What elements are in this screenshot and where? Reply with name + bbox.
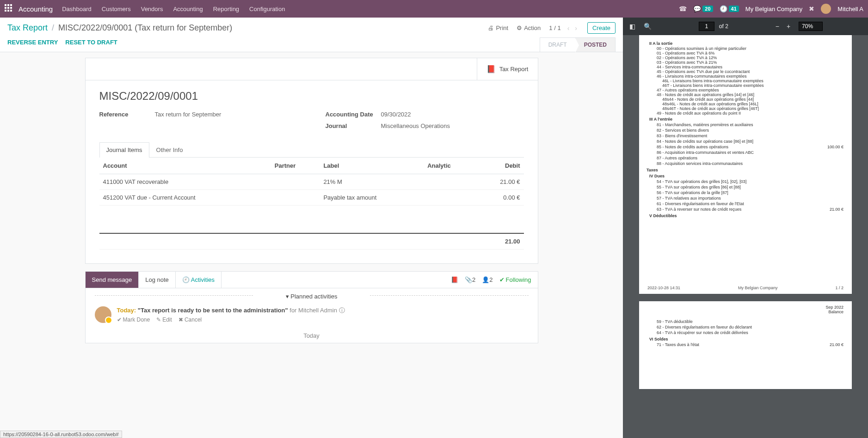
planned-activities-header: ▾ Planned activities: [86, 288, 538, 303]
th-analytic[interactable]: Analytic: [424, 158, 476, 174]
breadcrumb: Tax Report / MISC/2022/09/0001 (Tax retu…: [7, 23, 232, 33]
journal-value: Miscellaneous Operations: [381, 122, 450, 129]
activities-button[interactable]: 🕘 Activities: [176, 272, 222, 288]
menu-configuration[interactable]: Configuration: [249, 6, 285, 12]
avatar[interactable]: [821, 4, 831, 14]
tools-icon[interactable]: ✖: [809, 5, 814, 12]
log-note-button[interactable]: Log note: [139, 272, 176, 288]
book-small-icon[interactable]: 📕: [451, 276, 458, 283]
reference-value: Tax return for September: [155, 111, 222, 118]
pager: 1 / 1 ‹›: [549, 24, 579, 33]
today-separator: Today: [86, 328, 538, 343]
th-label[interactable]: Label: [320, 158, 424, 174]
pdf-page-1: II A la sortie 00 - Opérations soumises …: [639, 35, 852, 294]
zoom-select[interactable]: 70%: [799, 22, 823, 31]
reset-draft-button[interactable]: RESET TO DRAFT: [65, 39, 117, 46]
tab-other-info[interactable]: Other Info: [149, 142, 190, 157]
reference-label: Reference: [99, 111, 155, 118]
edit-button[interactable]: ✎ Edit: [156, 316, 172, 323]
page-input[interactable]: [699, 22, 714, 31]
statusbar: DRAFT POSTED: [540, 37, 616, 52]
record-title: MISC/2022/09/0001: [99, 90, 524, 103]
breadcrumb-root[interactable]: Tax Report: [7, 23, 48, 32]
messages-icon[interactable]: 💬20: [693, 5, 713, 12]
tab-journal-items[interactable]: Journal Items: [99, 142, 149, 158]
menu-vendors[interactable]: Vendors: [141, 6, 163, 12]
app-brand[interactable]: Accounting: [18, 5, 53, 13]
create-button[interactable]: Create: [587, 22, 616, 34]
status-draft[interactable]: DRAFT: [540, 37, 575, 52]
activities-icon[interactable]: 🕘41: [720, 5, 739, 12]
pager-prev-icon[interactable]: ‹: [566, 24, 572, 33]
followers-count[interactable]: 👤2: [482, 276, 492, 283]
print-button[interactable]: 🖨 Print: [488, 24, 508, 31]
table-row[interactable]: 451200 VAT due - Current Account Payable…: [99, 190, 524, 206]
breadcrumb-current: MISC/2022/09/0001 (Tax return for Septem…: [58, 23, 232, 32]
mark-done-button[interactable]: ✔ Mark Done: [117, 316, 150, 323]
avatar[interactable]: [95, 306, 111, 323]
pager-next-icon[interactable]: ›: [573, 24, 579, 33]
send-message-button[interactable]: Send message: [86, 272, 139, 288]
user-name[interactable]: Mitchell A: [837, 6, 863, 12]
attachments-count[interactable]: 📎2: [465, 276, 475, 283]
th-account[interactable]: Account: [99, 158, 271, 174]
page-of: of 2: [719, 23, 728, 30]
zoom-out-icon[interactable]: −: [774, 21, 781, 32]
zoom-in-icon[interactable]: +: [785, 21, 792, 32]
th-partner[interactable]: Partner: [271, 158, 320, 174]
tax-report-stat-button[interactable]: 📕 Tax Report: [477, 58, 538, 80]
main-menu: Dashboard Customers Vendors Accounting R…: [62, 6, 285, 12]
menu-reporting[interactable]: Reporting: [213, 6, 239, 12]
journal-label: Journal: [326, 122, 381, 129]
sidebar-toggle-icon[interactable]: ◧: [628, 21, 637, 32]
activity-item: Today: "Tax report is ready to be sent t…: [86, 303, 538, 328]
book-icon: 📕: [486, 65, 496, 73]
cancel-button[interactable]: ✖ Cancel: [179, 316, 202, 323]
menu-dashboard[interactable]: Dashboard: [62, 6, 92, 12]
following-button[interactable]: ✔ Following: [499, 276, 531, 283]
pdf-page-2: Sep 2022Balance 59 - TVA déductible 62 -…: [639, 301, 852, 389]
menu-accounting[interactable]: Accounting: [173, 6, 203, 12]
company-switcher[interactable]: My Belgian Company: [745, 6, 803, 12]
action-button[interactable]: ⚙ Action: [517, 24, 541, 31]
reverse-entry-button[interactable]: REVERSE ENTRY: [7, 39, 58, 46]
phone-icon[interactable]: ☎: [679, 5, 687, 12]
journal-table: Account Partner Label Analytic Debit 411…: [99, 158, 524, 249]
statusbar-url: https://20590284-16-0-all.runbot53.odoo.…: [0, 431, 122, 438]
pdf-viewport[interactable]: II A la sortie 00 - Opérations soumises …: [623, 35, 868, 438]
search-icon[interactable]: 🔍: [642, 21, 653, 32]
debit-total: 21.00: [477, 233, 524, 249]
horizontal-scrollbar[interactable]: [99, 251, 524, 259]
table-row[interactable]: 411000 VAT recoverable 21% M 21.00 €: [99, 174, 524, 190]
info-icon[interactable]: ⓘ: [339, 307, 345, 314]
accounting-date-label: Accounting Date: [326, 111, 381, 118]
menu-customers[interactable]: Customers: [102, 6, 131, 12]
th-debit[interactable]: Debit: [477, 158, 524, 174]
apps-icon[interactable]: [5, 4, 14, 13]
accounting-date-value: 09/30/2022: [381, 111, 411, 118]
status-posted[interactable]: POSTED: [575, 37, 616, 52]
